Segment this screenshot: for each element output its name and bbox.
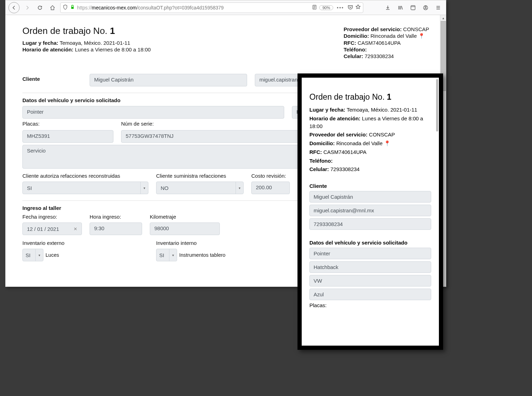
svg-rect-9 [411,6,415,10]
clear-date-icon[interactable]: ✕ [74,226,77,232]
km-label: Kilometraje [150,214,220,220]
int-inventory-label: Inventario interno [156,240,282,246]
mobile-title: Orden de trabajo No. 1 [309,92,431,102]
provider-info: Proveedor del servicio: CONSCAP Domicili… [344,26,429,60]
ext-inventory-item: Luces [46,252,59,258]
lock-icon [70,5,75,10]
intake-time-label: Hora ingreso: [90,214,142,220]
forward-button[interactable] [22,3,32,13]
int-inventory-select[interactable]: SI▾ [156,249,177,261]
intake-time-field[interactable]: 9:30 [90,222,142,235]
chevron-down-icon: ▾ [35,249,43,261]
review-cost-label: Costo revisión: [251,173,290,179]
vehicle-model-field[interactable]: Pointer [22,106,284,119]
mobile-client-name[interactable]: Miguel Capistrán [309,191,431,203]
mobile-vehicle-color[interactable]: Azul [309,289,431,300]
mobile-client-phone[interactable]: 7293308234 [309,218,431,230]
zoom-badge[interactable]: 90% [319,5,333,10]
bookmark-star-icon[interactable] [355,4,361,11]
pocket-icon[interactable] [348,4,353,11]
mobile-vehicle-title: Datos del vehículo y servicio solicitado [309,240,431,246]
shield-icon [63,5,68,11]
map-pin-icon[interactable]: 📍 [418,33,425,39]
workorder-header: Orden de trabajo No. 1 Lugar y fecha: Te… [22,26,151,60]
url-text: https://mecanicos-mex.com/consultaOT.php… [77,5,310,10]
mobile-client-email[interactable]: miguel.capistran@mnl.mx [309,205,431,216]
address-bar[interactable]: https://mecanicos-mex.com/consultaOT.php… [60,2,363,13]
download-icon[interactable] [383,3,393,13]
plates-label: Placas: [22,121,113,127]
reader-mode-icon[interactable] [312,5,317,11]
scroll-up-icon[interactable]: ▴ [440,15,446,21]
int-inventory-item: Instrumentos tablero [179,252,225,258]
chevron-down-icon: ▾ [169,249,177,261]
mobile-vehicle-model[interactable]: Pointer [309,248,431,259]
intake-date-field[interactable]: 12 / 01 / 2021✕ [22,222,82,235]
chevron-down-icon: ▾ [140,182,148,194]
browser-toolbar: https://mecanicos-mex.com/consultaOT.php… [6,0,446,15]
page-title: Orden de trabajo No. 1 [22,26,151,36]
more-icon[interactable]: ••• [335,5,345,10]
ext-inventory-label: Inventario externo [22,240,148,246]
mobile-vehicle-make[interactable]: VW [309,275,431,287]
menu-icon[interactable] [433,3,443,13]
ext-inventory-select[interactable]: SI▾ [22,249,43,261]
account-icon[interactable] [421,3,430,13]
auth-rebuild-select[interactable]: SI▾ [22,182,148,194]
sidebar-icon[interactable] [408,3,418,13]
svg-rect-0 [71,7,74,9]
back-button[interactable] [8,2,20,13]
intake-date-label: Fecha ingreso: [22,214,82,220]
review-cost-field[interactable]: 200.00 [251,182,290,194]
reload-button[interactable] [35,3,45,13]
client-section-title: Cliente [22,76,82,82]
svg-line-8 [401,6,402,9]
map-pin-icon[interactable]: 📍 [384,140,391,147]
library-icon[interactable] [396,3,405,13]
client-name-field[interactable]: Miguel Capistrán [90,74,247,86]
client-supplies-select[interactable]: NO▾ [156,182,244,194]
mobile-scrollbar[interactable] [436,79,438,132]
mobile-preview-frame: Orden de trabajo No. 1 Lugar y fecha: Te… [298,73,443,350]
client-supplies-label: Cliente suministra refacciones [156,173,244,179]
mobile-plates-label: Placas: [309,302,431,308]
mobile-vehicle-body[interactable]: Hatchback [309,261,431,273]
home-button[interactable] [48,3,57,13]
mobile-client-title: Cliente [309,183,431,189]
mobile-viewport: Orden de trabajo No. 1 Lugar y fecha: Te… [302,78,439,346]
km-field[interactable]: 98000 [150,222,220,235]
plates-field[interactable]: MHZ5391 [22,130,113,143]
auth-rebuild-label: Cliente autoriza refacciones reconstruid… [22,173,148,179]
svg-point-12 [425,6,426,8]
mobile-content: Orden de trabajo No. 1 Lugar y fecha: Te… [302,78,439,317]
chevron-down-icon: ▾ [236,182,243,194]
